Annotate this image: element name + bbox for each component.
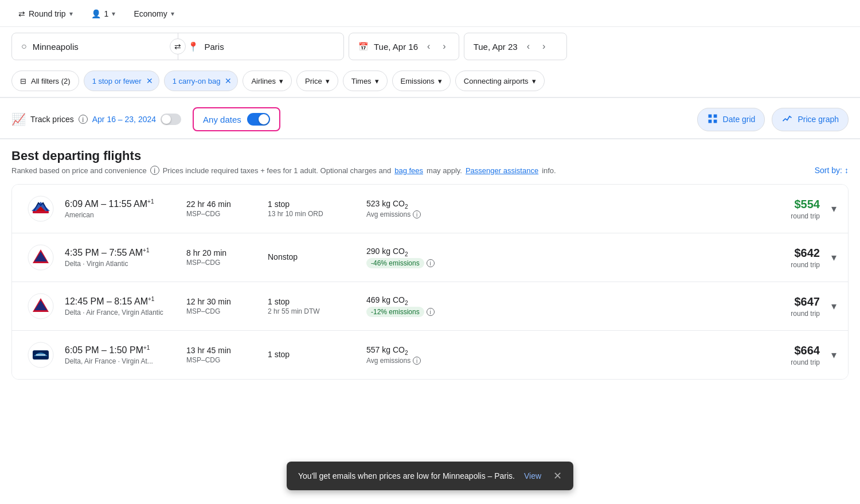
cabin-class-button[interactable]: Economy ▾ [127,6,181,22]
any-dates-toggle-box[interactable]: Any dates [193,107,280,131]
date-grid-label: Date grid [723,115,756,124]
flight-times: 6:05 PM – 1:50 PM+1 Delta, Air France · … [65,345,179,365]
flight-price: $664 round trip [740,344,820,366]
bag-filter-chip[interactable]: 1 carry-on bag ✕ [164,71,239,91]
flight-row[interactable]: 6:05 PM – 1:50 PM+1 Delta, Air France · … [12,331,848,379]
sort-by-label: Sort by: [815,166,842,175]
svg-rect-3 [713,119,717,123]
track-info-icon: i [79,115,88,124]
svg-rect-0 [708,114,712,118]
return-date-picker[interactable]: Tue, Apr 23 ‹ › [464,33,567,60]
filter-row: ⊟ All filters (2) 1 stop or fewer ✕ 1 ca… [0,66,860,97]
swap-button[interactable]: ⇄ [170,38,186,54]
passengers-button[interactable]: 👤 1 ▾ [84,6,123,22]
departure-arrival-time: 6:09 AM – 11:55 AM+1 [65,198,179,209]
emissions-info-icon: i [413,210,421,218]
price-label: round trip [740,261,820,269]
any-dates-toggle[interactable] [247,113,270,126]
trip-type-label: Round trip [29,9,66,18]
times-chevron-icon: ▾ [375,77,379,85]
delta-airlines-logo [27,292,54,320]
flight-duration: 13 hr 45 min MSP–CDG [186,346,261,364]
price-graph-button[interactable]: Price graph [772,108,849,131]
chart-icon [781,113,793,126]
flight-times: 12:45 PM – 8:15 AM+1 Delta · Air France,… [65,296,179,316]
toast-view-button[interactable]: View [524,471,541,480]
airline-name: Delta · Air France, Virgin Atlantic [65,308,179,317]
flight-row[interactable]: 4:35 PM – 7:55 AM+1 Delta · Virgin Atlan… [12,233,848,282]
top-bar: ⇄ Round trip ▾ 👤 1 ▾ Economy ▾ [0,0,860,27]
passenger-assistance-link[interactable]: Passenger assistance [466,166,538,175]
svg-rect-1 [713,114,717,118]
bag-fees-link[interactable]: bag fees [394,166,423,175]
date-grid-button[interactable]: Date grid [697,108,765,131]
return-next-button[interactable]: › [539,39,549,54]
flight-emissions: 290 kg CO2 -46% emissions i [366,247,481,269]
track-prices-label: Track prices [30,115,74,124]
track-prices-toggle[interactable] [161,114,181,125]
track-prices-section: 📈 Track prices i Apr 16 – 23, 2024 [11,112,181,126]
depart-prev-button[interactable]: ‹ [424,39,433,54]
depart-date-picker[interactable]: 📅 Tue, Apr 16 ‹ › [349,33,459,60]
flight-row[interactable]: 12:45 PM – 8:15 AM+1 Delta · Air France,… [12,282,848,331]
expand-flight-button[interactable]: ▾ [831,349,836,361]
flight-stops: Nonstop [268,252,359,263]
airlines-filter-button[interactable]: Airlines ▾ [243,71,292,91]
flight-stops: 1 stop 13 hr 10 min ORD [268,200,359,218]
flight-price: $642 round trip [740,247,820,269]
emissions-filter-label: Emissions [401,77,435,85]
price-filter-button[interactable]: Price ▾ [296,71,338,91]
dest-pin-icon: 📍 [187,41,199,52]
airline-logo [24,195,58,222]
connecting-airports-filter-button[interactable]: Connecting airports ▾ [455,71,545,91]
airline-name: American [65,211,179,219]
toast-close-button[interactable]: ✕ [553,470,562,482]
departure-arrival-time: 6:05 PM – 1:50 PM+1 [65,345,179,355]
price-label: round trip [740,310,820,318]
expand-flight-button[interactable]: ▾ [831,251,836,264]
price-chevron-icon: ▾ [326,77,330,85]
times-filter-button[interactable]: Times ▾ [343,71,388,91]
emissions-filter-button[interactable]: Emissions ▾ [392,71,451,91]
departure-arrival-time: 4:35 PM – 7:55 AM+1 [65,247,179,258]
trending-up-icon: 📈 [11,112,26,126]
times-filter-label: Times [351,77,372,85]
bag-filter-label: 1 carry-on bag [173,77,221,85]
expand-flight-button[interactable]: ▾ [831,300,836,312]
return-prev-button[interactable]: ‹ [523,39,533,54]
flight-duration: 12 hr 30 min MSP–CDG [186,297,261,315]
track-date-range: Apr 16 – 23, 2024 [92,115,156,124]
origin-input[interactable]: ○ Minneapolis [12,33,178,60]
emissions-info-icon: i [427,308,435,316]
airline-name: Delta, Air France · Virgin At... [65,357,179,365]
expand-flight-button[interactable]: ▾ [831,202,836,215]
round-trip-icon: ⇄ [18,9,25,18]
stop-filter-remove-button[interactable]: ✕ [146,76,153,85]
price-label: round trip [740,212,820,220]
trip-type-button[interactable]: ⇄ Round trip ▾ [11,6,80,22]
any-dates-label: Any dates [203,115,241,124]
price-amount: $647 [740,295,820,308]
flight-emissions: 469 kg CO2 -12% emissions i [366,295,481,318]
american-airlines-logo [27,195,54,222]
cabin-chevron-icon: ▾ [171,10,174,18]
depart-next-button[interactable]: › [439,39,449,54]
origin-dest-combined: ○ Minneapolis ⇄ 📍 Paris [11,33,344,60]
results-section: Best departing flights Ranked based on p… [0,139,860,389]
all-filters-label: All filters (2) [31,77,71,85]
may-apply-text: may apply. [427,166,462,175]
destination-input[interactable]: 📍 Paris [178,33,344,60]
airlines-chevron-icon: ▾ [279,77,283,85]
info-text: info. [542,166,556,175]
all-filters-button[interactable]: ⊟ All filters (2) [11,71,79,91]
flight-row[interactable]: 6:09 AM – 11:55 AM+1 American 22 hr 46 m… [12,185,848,233]
passengers-chevron-icon: ▾ [112,10,115,18]
return-date-value: Tue, Apr 23 [474,42,518,52]
stop-filter-chip[interactable]: 1 stop or fewer ✕ [84,71,159,91]
bag-filter-remove-button[interactable]: ✕ [225,76,232,85]
airline-logo [24,292,58,320]
origin-circle-icon: ○ [21,41,27,52]
track-prices-row: 📈 Track prices i Apr 16 – 23, 2024 Any d… [0,98,860,139]
sort-by-button[interactable]: Sort by: ↕ [815,166,849,175]
airfrance-logo [27,341,54,369]
